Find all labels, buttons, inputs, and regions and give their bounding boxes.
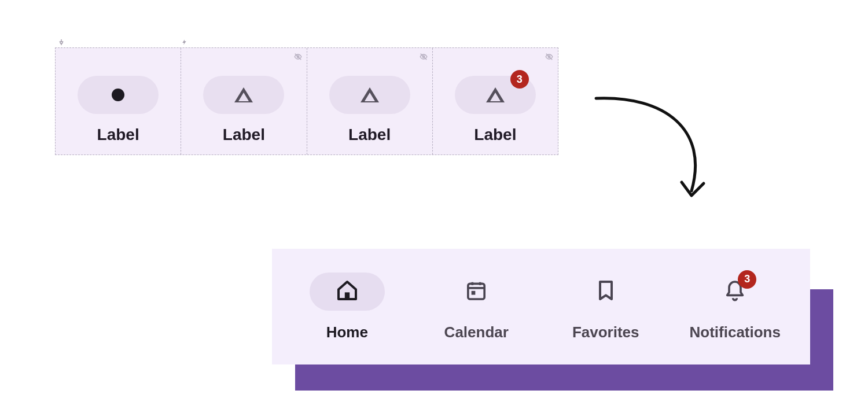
pin-marker-icon bbox=[58, 38, 65, 48]
badge-count: 3 bbox=[510, 70, 529, 89]
calendar-icon bbox=[465, 279, 488, 304]
spec-label: Label bbox=[348, 126, 391, 144]
spec-label: Label bbox=[223, 126, 265, 144]
arrow-icon bbox=[590, 90, 723, 205]
bookmark-icon bbox=[594, 279, 617, 304]
nav-label: Calendar bbox=[444, 323, 509, 341]
spec-nav-item-1[interactable]: Label bbox=[56, 48, 181, 154]
hidden-icon bbox=[294, 53, 302, 61]
nav-item-favorites[interactable]: Favorites bbox=[541, 273, 671, 341]
spec-label: Label bbox=[474, 126, 516, 144]
nav-icon-wrap-active bbox=[310, 273, 385, 311]
spec-label: Label bbox=[97, 126, 139, 144]
triangle-outline-icon bbox=[361, 87, 379, 102]
hidden-icon bbox=[545, 53, 553, 61]
nav-label: Home bbox=[326, 323, 368, 341]
nav-icon-wrap: 3 bbox=[697, 273, 773, 311]
badge-count: 3 bbox=[738, 270, 756, 289]
nav-item-home[interactable]: Home bbox=[282, 273, 412, 341]
bolt-marker-icon bbox=[181, 38, 187, 48]
navigation-bar-demo: Home Calendar bbox=[272, 249, 810, 365]
spec-nav-item-2[interactable]: Label bbox=[181, 48, 307, 154]
spec-pill-active bbox=[78, 76, 159, 114]
spec-navigation-bar: Label Label Label 3 Label bbox=[55, 47, 558, 155]
circle-filled-icon bbox=[112, 89, 124, 101]
svg-rect-5 bbox=[472, 290, 476, 294]
spec-nav-item-3[interactable]: Label bbox=[307, 48, 433, 154]
nav-label: Notifications bbox=[690, 323, 781, 341]
svg-rect-3 bbox=[345, 292, 350, 299]
home-icon bbox=[336, 279, 359, 304]
spec-pill: 3 bbox=[455, 76, 536, 114]
svg-rect-4 bbox=[468, 284, 484, 299]
nav-icon-wrap bbox=[439, 273, 514, 311]
navigation-bar: Home Calendar bbox=[272, 249, 810, 365]
spec-nav-item-4[interactable]: 3 Label bbox=[433, 48, 558, 154]
nav-item-notifications[interactable]: 3 Notifications bbox=[671, 273, 800, 341]
triangle-outline-icon bbox=[234, 87, 253, 102]
nav-item-calendar[interactable]: Calendar bbox=[412, 273, 542, 341]
spec-pill bbox=[203, 76, 284, 114]
nav-icon-wrap bbox=[568, 273, 643, 311]
triangle-outline-icon bbox=[486, 87, 505, 102]
spec-pill bbox=[329, 76, 410, 114]
hidden-icon bbox=[420, 53, 428, 61]
nav-label: Favorites bbox=[572, 323, 639, 341]
